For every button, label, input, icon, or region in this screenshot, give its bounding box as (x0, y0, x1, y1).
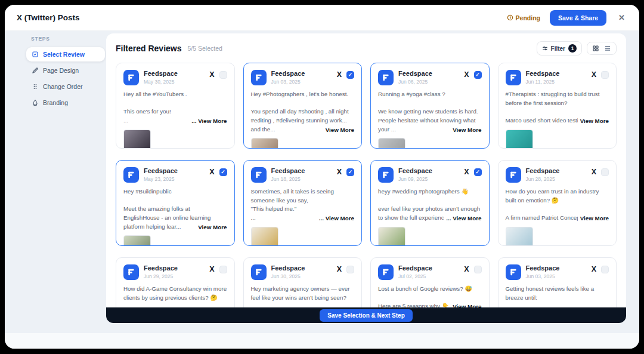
review-thumbnail (378, 227, 405, 246)
sidebar-item-select-review[interactable]: Select Review (26, 47, 105, 61)
select-review-checkbox[interactable] (474, 168, 482, 176)
save-selection-next-step-button[interactable]: Save Selection & Next Step (320, 309, 413, 322)
branding-drop-icon (32, 99, 39, 106)
filter-button[interactable]: Filter 1 (537, 41, 582, 56)
review-date: Jun 03, 2025 (526, 273, 560, 279)
bottom-action-bar: Save Selection & Next Step (106, 307, 626, 323)
review-thumbnail (378, 138, 405, 149)
feedspace-logo-icon (123, 70, 139, 85)
filter-count-badge: 1 (568, 44, 577, 53)
review-author: Feedspace (271, 70, 305, 78)
review-card[interactable]: Feedspace Jun 03, 2025 X Hey #Photograph… (243, 63, 363, 149)
x-twitter-icon: X (464, 71, 469, 79)
select-review-checkbox[interactable] (219, 71, 227, 79)
page-title: X (Twitter) Posts (17, 13, 80, 22)
sidebar-item-page-design[interactable]: Page Design (26, 63, 105, 78)
feedspace-logo-icon (123, 264, 139, 280)
select-review-checkbox[interactable] (474, 266, 482, 273)
sidebar-item-change-order[interactable]: Change Order (26, 79, 105, 94)
view-more-link[interactable]: View More (196, 223, 227, 232)
x-twitter-icon: X (337, 168, 342, 176)
review-card[interactable]: Feedspace Jun 18, 2025 X Sometimes, all … (243, 160, 363, 246)
review-date: Jun 09, 2025 (398, 176, 432, 182)
select-review-checkbox[interactable] (474, 71, 482, 79)
review-text: #Therapists : struggling to build trust … (506, 90, 609, 125)
review-text: Sometimes, all it takes is seeing someon… (251, 187, 355, 223)
top-bar: X (Twitter) Posts Pending Save & Share ✕ (5, 5, 639, 31)
select-review-checkbox[interactable] (346, 71, 354, 79)
sidebar-item-branding[interactable]: Branding (26, 96, 105, 110)
select-review-checkbox[interactable] (601, 168, 609, 176)
save-share-button[interactable]: Save & Share (550, 10, 606, 26)
review-thumbnail (251, 138, 278, 149)
x-twitter-icon: X (209, 266, 214, 273)
review-author: Feedspace (526, 70, 560, 78)
view-more-link[interactable]: View More (323, 126, 354, 135)
close-icon[interactable]: ✕ (616, 12, 627, 23)
review-text: Hey all the #YouTubers . This one's for … (123, 90, 227, 125)
list-view-icon[interactable] (604, 45, 611, 52)
review-author: Feedspace (398, 167, 432, 175)
filter-label: Filter (551, 45, 565, 52)
panel-title: Filtered Reviews (116, 44, 182, 53)
view-more-link[interactable]: ... View More (189, 117, 227, 126)
feedspace-logo-icon (378, 70, 394, 85)
review-thumbnail (506, 130, 533, 149)
card-header: Feedspace Jun 29, 2025 X (123, 264, 227, 280)
view-more-link[interactable]: View More (578, 214, 609, 223)
x-twitter-icon: X (337, 266, 342, 273)
review-date: Jun 30, 2025 (271, 273, 305, 279)
review-author: Feedspace (526, 264, 560, 272)
select-review-checkbox[interactable] (601, 71, 609, 79)
review-card[interactable]: Feedspace Jun 09, 2025 X heyy #wedding #… (370, 160, 490, 246)
review-card[interactable]: Feedspace May 23, 2025 X Hey #Buildinpub… (116, 160, 235, 246)
selected-count: 5/5 Selected (188, 45, 222, 52)
card-header: Feedspace Jun 11, 2025 X (506, 70, 609, 85)
card-header: Feedspace Jun 30, 2025 X (251, 264, 355, 280)
grid-view-icon[interactable] (592, 45, 599, 52)
view-toggle (587, 42, 617, 55)
sliders-icon (542, 45, 548, 51)
reviews-grid: Feedspace May 30, 2025 X Hey all the #Yo… (106, 59, 626, 323)
select-review-checkbox[interactable] (219, 168, 227, 176)
feedspace-logo-icon (378, 167, 394, 183)
sidebar-item-label: Branding (43, 99, 68, 106)
x-twitter-icon: X (209, 168, 214, 176)
review-date: May 23, 2025 (144, 176, 178, 182)
review-card[interactable]: Feedspace May 30, 2025 X Hey all the #Yo… (116, 63, 235, 149)
view-more-link[interactable]: ... View More (444, 214, 481, 223)
x-twitter-icon: X (592, 168, 596, 176)
sidebar-item-label: Page Design (43, 67, 79, 74)
feedspace-logo-icon (506, 264, 521, 280)
x-twitter-icon: X (464, 266, 469, 273)
review-date: May 30, 2025 (144, 79, 178, 85)
select-review-checkbox[interactable] (346, 266, 354, 273)
feedspace-logo-icon (506, 70, 521, 85)
x-twitter-icon: X (592, 71, 596, 79)
review-card[interactable]: Feedspace Jun 28, 2025 X How do you earn… (498, 160, 617, 246)
sidebar-item-label: Change Order (43, 83, 83, 90)
view-more-link[interactable]: View More (450, 126, 481, 135)
review-author: Feedspace (271, 167, 305, 175)
select-review-checkbox[interactable] (346, 168, 354, 176)
card-header: Feedspace Jun 06, 2025 X (378, 70, 482, 85)
select-review-icon (32, 51, 39, 58)
clock-icon (507, 14, 513, 21)
review-author: Feedspace (144, 167, 178, 175)
x-twitter-icon: X (337, 71, 342, 79)
select-review-checkbox[interactable] (601, 266, 609, 273)
view-more-link[interactable]: View More (578, 117, 609, 126)
review-text: How do you earn trust in an industry bui… (506, 187, 609, 223)
content-area: STEPS Select Review Page Design Change O… (5, 31, 639, 333)
review-text: Hey #Photographers , let's be honest. Yo… (251, 90, 355, 134)
select-review-checkbox[interactable] (219, 266, 227, 273)
view-more-link[interactable]: ... View More (317, 214, 354, 223)
review-card[interactable]: Feedspace Jun 06, 2025 X Running a #yoga… (370, 63, 490, 149)
review-thumbnail (506, 227, 533, 246)
review-card[interactable]: Feedspace Jun 11, 2025 X #Therapists : s… (498, 63, 617, 149)
app-window: X (Twitter) Posts Pending Save & Share ✕… (5, 5, 639, 349)
review-author: Feedspace (144, 70, 178, 78)
review-date: Jun 29, 2025 (144, 273, 178, 279)
review-date: Jul 02, 2025 (398, 273, 432, 279)
feedspace-logo-icon (251, 167, 267, 183)
